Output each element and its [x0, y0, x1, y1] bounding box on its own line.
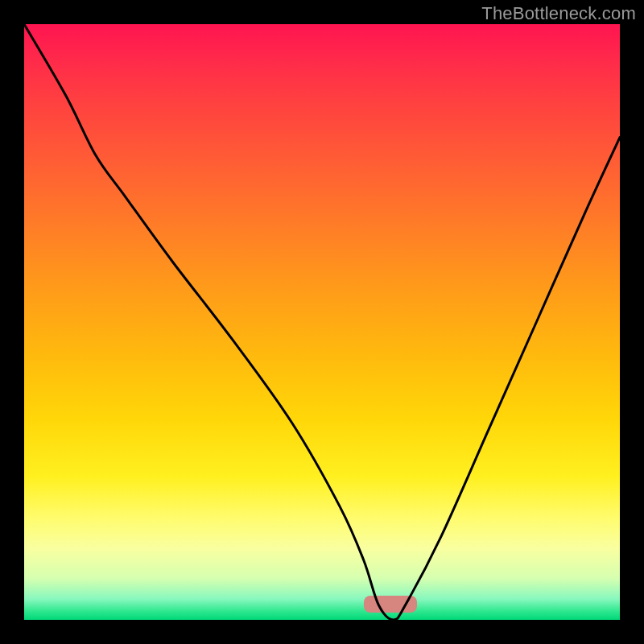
bottleneck-curve — [24, 24, 620, 620]
plot-area — [24, 24, 620, 620]
chart-frame: TheBottleneck.com — [0, 0, 644, 644]
curve-layer — [24, 24, 620, 620]
watermark-text: TheBottleneck.com — [481, 3, 636, 24]
